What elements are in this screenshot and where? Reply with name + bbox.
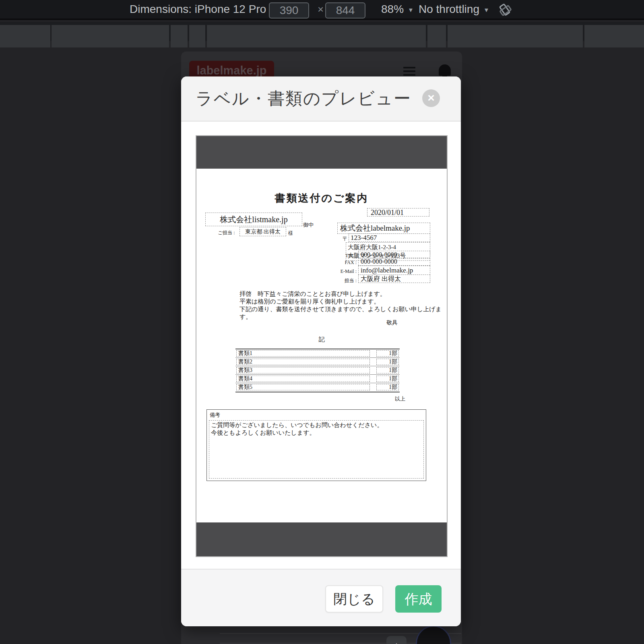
- greeting-line: 拝啓 時下益々ご清栄のこととお喜び申し上げます。: [239, 290, 386, 298]
- contact-honorific: 様: [288, 230, 293, 237]
- remarks-line2: 今後ともよろしくお願いいたします。: [211, 429, 316, 436]
- email-label: E-Mail :: [313, 268, 357, 275]
- address-line1: 大阪府大阪1-2-3-4: [348, 244, 396, 250]
- fax-label: FAX :: [313, 260, 357, 266]
- item-count-field: 1部: [376, 376, 399, 382]
- item-count-field: 1部: [376, 384, 399, 390]
- contact-label: ご担当 :: [218, 229, 235, 236]
- remarks-box: 備考 ご質問等がございましたら、いつでもお問い合わせください。今後ともよろしくお…: [206, 409, 426, 481]
- remarks-field: ご質問等がございましたら、いつでもお問い合わせください。今後ともよろしくお願いい…: [209, 420, 424, 479]
- ruler-segment: [207, 25, 426, 47]
- table-row: 書類2 1部: [235, 358, 400, 366]
- chevron-up-icon: ▲: [393, 641, 400, 644]
- ruler-segment: [189, 25, 205, 47]
- tel-label: TEL :: [313, 253, 357, 259]
- modal-footer: 閉じる 作成: [181, 569, 461, 626]
- table-row: 書類1 1部: [235, 349, 400, 358]
- chat-fab-button[interactable]: [416, 625, 451, 644]
- table-row: 書類5 1部: [235, 383, 400, 392]
- create-button[interactable]: 作成: [395, 585, 442, 613]
- record-mark: 記: [196, 336, 447, 343]
- end-mark: 以上: [196, 395, 405, 402]
- ruler-segment: [427, 25, 446, 47]
- remarks-line1: ご質問等がございましたら、いつでもお問い合わせください。: [211, 422, 383, 428]
- item-name-field: 書類5: [236, 384, 370, 390]
- viewport-height-input[interactable]: [325, 2, 365, 19]
- ruler-segment: [448, 25, 583, 47]
- date-field: 2020/01/01: [367, 208, 429, 217]
- scroll-to-top-button[interactable]: ▲: [386, 636, 407, 644]
- ruler-segment: [584, 25, 644, 47]
- devtools-toolbar: Dimensions: iPhone 12 Pro▼ × 88%▼ No thr…: [0, 0, 644, 20]
- fax-field: 000-000-0000: [358, 258, 430, 266]
- zoom-value: 88%: [381, 3, 404, 15]
- close-button[interactable]: 閉じる: [325, 585, 383, 613]
- item-name-field: 書類3: [236, 367, 370, 374]
- item-count-field: 1部: [376, 367, 399, 374]
- items-table: 書類1 1部 書類2 1部 書類3 1部 書類4 1部 書類5 1部: [235, 349, 400, 392]
- document-preview-viewer: 書類送付のご案内 2020/01/01 株式会社listmake.jp 御中 ご…: [196, 135, 448, 557]
- menu-icon[interactable]: [403, 67, 415, 76]
- dimensions-label: Dimensions: iPhone 12 Pro: [130, 3, 266, 15]
- viewport-width-input[interactable]: [269, 2, 309, 19]
- chevron-down-icon: ▼: [483, 6, 489, 13]
- ruler-segment: [0, 25, 50, 47]
- item-name-field: 書類2: [236, 359, 370, 365]
- table-row: 書類3 1部: [235, 366, 400, 375]
- item-count-field: 1部: [376, 350, 399, 357]
- recipient-honorific: 御中: [303, 221, 314, 229]
- recipient-company-field: 株式会社listmake.jp: [205, 213, 302, 226]
- postal-mark: 〒: [343, 235, 348, 243]
- modal-title: ラベル・書類のプレビュー: [196, 76, 411, 121]
- staff-label: 担当 :: [313, 277, 357, 284]
- staff-name-field: 大阪府 出得太: [358, 275, 430, 283]
- devtools-ruler-strip: [0, 22, 644, 41]
- ruler-segment: [171, 25, 188, 47]
- throttling-value: No throttling: [419, 3, 479, 15]
- ruler-segment: [52, 25, 169, 47]
- document-title: 書類送付のご案内: [196, 191, 447, 205]
- close-icon[interactable]: ×: [422, 89, 440, 107]
- item-count-field: 1部: [376, 359, 399, 365]
- item-name-field: 書類4: [236, 376, 370, 382]
- contact-name-field: 東京都 出得太: [239, 227, 286, 236]
- sender-company-field: 株式会社labelmake.jp: [337, 223, 430, 234]
- dimensions-separator: ×: [318, 0, 324, 19]
- body-line2: 下記の通り、書類を送付させて頂きますので、よろしくお願い申し上げます。: [239, 306, 442, 320]
- throttling-select[interactable]: No throttling▼: [419, 0, 489, 19]
- body-paragraph: 平素は格別のご愛顧を賜り厚く御礼申し上げます。下記の通り、書類を送付させて頂きま…: [239, 298, 447, 321]
- email-field: info@labelmake.jp: [358, 266, 430, 275]
- postal-code-field: 123-4567: [349, 233, 430, 242]
- document-page: 書類送付のご案内 2020/01/01 株式会社listmake.jp 御中 ご…: [196, 169, 447, 522]
- zoom-select[interactable]: 88%▼: [381, 0, 414, 19]
- table-row: 書類4 1部: [235, 375, 400, 383]
- modal-header: ラベル・書類のプレビュー ×: [181, 76, 461, 122]
- dimensions-select[interactable]: Dimensions: iPhone 12 Pro▼: [130, 0, 276, 19]
- preview-modal: ラベル・書類のプレビュー × 書類送付のご案内 2020/01/01 株式会社l…: [181, 76, 461, 626]
- closing-word: 敬具: [196, 319, 398, 326]
- remarks-label: 備考: [210, 411, 220, 419]
- chevron-down-icon: ▼: [408, 6, 414, 13]
- item-name-field: 書類1: [236, 350, 370, 357]
- body-line1: 平素は格別のご愛顧を賜り厚く御礼申し上げます。: [239, 298, 380, 305]
- rotate-viewport-icon[interactable]: [499, 3, 513, 17]
